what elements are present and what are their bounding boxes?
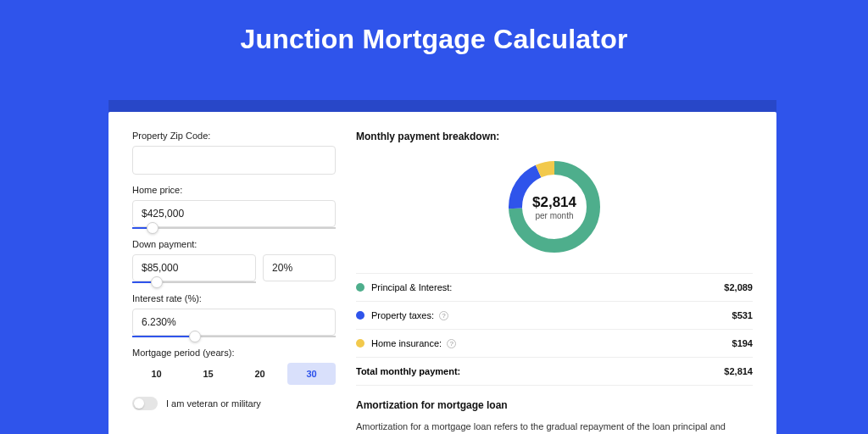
down-payment-slider[interactable] — [132, 281, 256, 283]
home-price-field: Home price: — [132, 185, 336, 229]
info-icon[interactable]: ? — [439, 311, 448, 320]
legend-label-text: Principal & Interest: — [371, 282, 452, 292]
donut-sublabel: per month — [535, 211, 573, 220]
period-field: Mortgage period (years): 10152030 — [132, 348, 336, 385]
period-options: 10152030 — [132, 363, 336, 385]
home-price-input[interactable] — [132, 200, 336, 227]
interest-input[interactable] — [132, 309, 336, 336]
legend-label: Property taxes:? — [371, 310, 732, 320]
legend-value: $531 — [732, 310, 753, 320]
breakdown-column: Monthly payment breakdown: $2,814 per mo… — [356, 131, 753, 434]
period-btn-30[interactable]: 30 — [287, 363, 336, 385]
legend-label: Principal & Interest: — [371, 282, 724, 292]
home-price-slider[interactable] — [132, 227, 336, 229]
veteran-toggle[interactable] — [132, 397, 158, 410]
veteran-label: I am veteran or military — [166, 398, 261, 409]
period-label: Mortgage period (years): — [132, 348, 336, 358]
donut-amount: $2,814 — [532, 194, 576, 211]
legend-row: Principal & Interest:$2,089 — [356, 274, 753, 302]
legend-total-row: Total monthly payment:$2,814 — [356, 358, 753, 386]
zip-label: Property Zip Code: — [132, 131, 336, 141]
legend-row: Home insurance:?$194 — [356, 330, 753, 358]
legend-dot — [356, 283, 364, 292]
donut-chart-wrap: $2,814 per month — [356, 156, 753, 258]
zip-input[interactable] — [132, 146, 336, 175]
page-title: Junction Mortgage Calculator — [0, 0, 868, 55]
info-icon[interactable]: ? — [447, 339, 456, 348]
breakdown-legend: Principal & Interest:$2,089Property taxe… — [356, 273, 753, 386]
amortization-title: Amortization for mortgage loan — [356, 399, 753, 411]
donut-chart: $2,814 per month — [504, 156, 605, 258]
legend-value: $194 — [732, 338, 753, 348]
legend-value: $2,089 — [724, 282, 753, 292]
veteran-row: I am veteran or military — [132, 397, 336, 410]
period-btn-15[interactable]: 15 — [184, 363, 232, 385]
card-shadow — [108, 100, 776, 112]
period-btn-10[interactable]: 10 — [132, 363, 181, 385]
period-btn-20[interactable]: 20 — [236, 363, 284, 385]
legend-total-value: $2,814 — [724, 366, 753, 376]
breakdown-title: Monthly payment breakdown: — [356, 131, 753, 142]
legend-dot — [356, 339, 364, 348]
legend-label-text: Home insurance: — [371, 338, 442, 348]
home-price-slider-thumb[interactable] — [147, 222, 159, 234]
legend-dot — [356, 311, 364, 320]
veteran-toggle-knob — [134, 398, 144, 409]
down-payment-amount-input[interactable] — [132, 254, 256, 281]
down-payment-label: Down payment: — [132, 239, 336, 249]
interest-field: Interest rate (%): — [132, 293, 336, 337]
calculator-card: Property Zip Code: Home price: Down paym… — [108, 112, 776, 434]
zip-field: Property Zip Code: — [132, 131, 336, 175]
interest-slider-thumb[interactable] — [189, 331, 201, 342]
interest-slider-fill — [132, 336, 195, 337]
down-payment-field: Down payment: — [132, 239, 336, 283]
down-payment-pct-input[interactable] — [263, 254, 336, 281]
interest-slider[interactable] — [132, 336, 336, 337]
amortization-body: Amortization for a mortgage loan refers … — [356, 420, 753, 434]
legend-row: Property taxes:?$531 — [356, 302, 753, 330]
form-column: Property Zip Code: Home price: Down paym… — [132, 131, 336, 434]
interest-label: Interest rate (%): — [132, 293, 336, 303]
legend-label-text: Property taxes: — [371, 310, 434, 320]
legend-label: Home insurance:? — [371, 338, 732, 348]
donut-center: $2,814 per month — [504, 156, 605, 258]
legend-total-label: Total monthly payment: — [356, 366, 724, 376]
down-payment-slider-thumb[interactable] — [151, 276, 163, 288]
home-price-label: Home price: — [132, 185, 336, 195]
